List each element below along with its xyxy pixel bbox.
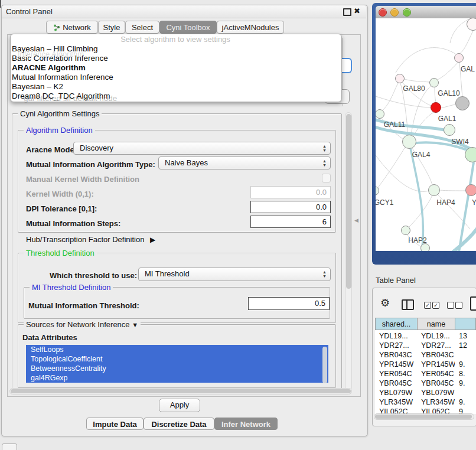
- algorithm-option[interactable]: Mutual Information Inference: [12, 73, 113, 82]
- table-body[interactable]: YDL19... YDL19... 13 YDR27... YDR27... 1…: [375, 330, 476, 414]
- attribute-list-item[interactable]: TopologicalCoefficient: [26, 354, 327, 364]
- tab-select[interactable]: Select: [125, 21, 159, 34]
- column-header-name[interactable]: name: [417, 318, 455, 330]
- network-node-hap2[interactable]: [401, 226, 410, 235]
- checked-box-icon[interactable]: ✓: [424, 302, 431, 309]
- which-threshold-combobox[interactable]: MI Threshold ▲▼: [138, 268, 331, 281]
- sources-title-row[interactable]: Sources for Network Inference ▼: [24, 320, 141, 329]
- attribute-list-item[interactable]: SelfLoops: [26, 345, 327, 354]
- zoom-traffic-light[interactable]: [403, 8, 411, 17]
- network-node-red[interactable]: [431, 102, 441, 113]
- column-header-shared[interactable]: shared...: [375, 318, 418, 330]
- table-cell: YPR145W: [375, 360, 417, 369]
- close-traffic-light[interactable]: [379, 8, 387, 17]
- table-cell: 9.: [455, 379, 476, 388]
- table-cell: YLR345W: [375, 397, 417, 407]
- table-cell: 9.: [455, 397, 476, 407]
- aracne-mode-value: Discovery: [80, 144, 113, 152]
- float-window-icon[interactable]: [343, 8, 351, 16]
- network-node-gray[interactable]: [455, 96, 470, 110]
- table-cell: 13: [455, 331, 476, 341]
- attribute-list-item[interactable]: BetweennessCentrality: [26, 364, 327, 373]
- table-cell: YDL19...: [375, 331, 417, 341]
- dpi-tolerance-label: DPI Tolerance [0,1]:: [26, 204, 97, 213]
- split-view-icon[interactable]: [402, 299, 414, 310]
- network-node-swi4[interactable]: [465, 147, 476, 162]
- control-panel-titlebar: [2, 5, 366, 18]
- bottom-tab-infer-network[interactable]: Infer Network: [214, 418, 278, 430]
- table-cell: YBL079W: [417, 388, 455, 397]
- table-cell: YER054C: [375, 369, 417, 379]
- network-node-hap4[interactable]: [428, 184, 440, 196]
- table-cell: YPR145W: [417, 360, 455, 369]
- table-cell: 8.: [455, 369, 476, 379]
- screenshot-stage: Control Panel ✖ Network Style Select Cyn…: [0, 0, 476, 450]
- table-horizontal-scrollbar-thumb[interactable]: [375, 415, 472, 419]
- bottom-tab-impute-data[interactable]: Impute Data: [86, 418, 144, 430]
- table-cell: [455, 388, 476, 397]
- algorithm-option-selected[interactable]: ARACNE Algorithm: [12, 63, 86, 73]
- bottom-left-partial-button[interactable]: [2, 444, 17, 450]
- mi-steps-label: Mutual Information Steps:: [26, 219, 120, 228]
- control-panel-title: Control Panel: [6, 7, 53, 16]
- hub-definition-expander[interactable]: Hub/Transcription Factor Definition ▶: [26, 235, 155, 244]
- table-cell: YLR345W: [417, 397, 455, 407]
- manual-kernel-width-checkbox[interactable]: [322, 174, 331, 182]
- node-label: SWI4: [451, 138, 468, 146]
- network-canvas[interactable]: GAL GAL80 GAL10 GAL1 GAL11 SWI4 GAL4 GCY…: [376, 18, 476, 251]
- aracne-mode-label: Aracne Mode:: [26, 145, 77, 154]
- network-node-gal[interactable]: [454, 53, 464, 63]
- network-node[interactable]: [467, 18, 476, 31]
- node-label: GAL11: [384, 120, 405, 129]
- algorithm-option[interactable]: Bayesian – K2: [12, 82, 63, 92]
- aracne-mode-combobox[interactable]: Discovery ▲▼: [73, 142, 331, 155]
- mi-threshold-field[interactable]: 0.5: [248, 297, 330, 310]
- ghost-inference-algorithm-heading: Inference Algorithm: [18, 50, 84, 58]
- network-node-gal1[interactable]: [444, 124, 455, 136]
- cyni-algorithm-settings-title: Cyni Algorithm Settings: [18, 109, 102, 118]
- table-cell: 9.: [455, 360, 476, 369]
- mi-steps-field[interactable]: 6: [250, 216, 331, 228]
- close-icon[interactable]: ✖: [354, 6, 360, 15]
- minimize-traffic-light[interactable]: [390, 8, 399, 17]
- panel-splitter-arrow[interactable]: ◀: [354, 217, 358, 223]
- network-icon: [53, 24, 60, 31]
- node-label: GAL4: [412, 151, 431, 159]
- tab-style[interactable]: Style: [98, 21, 125, 34]
- tab-cyni-toolbox[interactable]: Cyni Toolbox: [159, 21, 217, 34]
- dpi-tolerance-field[interactable]: 0.0: [250, 201, 331, 213]
- node-label: HAP2: [408, 236, 426, 244]
- table-panel-title: Table Panel: [376, 276, 416, 285]
- attribute-list-item[interactable]: gal4RGexp: [26, 373, 327, 383]
- tab-network[interactable]: Network: [46, 21, 98, 34]
- ghost-network-combobox-value: gal-filtered sif default node: [24, 94, 117, 103]
- unchecked-box-icon[interactable]: [455, 302, 462, 309]
- kernel-width-field[interactable]: 0.0: [250, 186, 331, 198]
- hub-definition-label: Hub/Transcription Factor Definition: [26, 235, 144, 244]
- gear-icon[interactable]: ⚙: [380, 296, 390, 309]
- tab-network-label: Network: [63, 23, 91, 32]
- network-node-gal4[interactable]: [402, 135, 416, 149]
- tab-jactivemnodules[interactable]: jActiveMNodules: [217, 21, 284, 34]
- settings-horizontal-scrollbar-thumb[interactable]: [11, 389, 351, 393]
- node-label: GCY1: [376, 198, 393, 207]
- network-node-gal80[interactable]: [395, 74, 405, 83]
- table-cell: 12: [455, 341, 476, 350]
- data-attributes-label: Data Attributes: [22, 333, 77, 342]
- column-header-partial[interactable]: [455, 318, 476, 330]
- attribute-list-scroll-thumb[interactable]: [322, 347, 327, 383]
- settings-vertical-scrollbar-thumb[interactable]: [346, 114, 351, 289]
- mi-threshold-label: Mutual Information Threshold:: [28, 301, 139, 310]
- mi-algorithm-type-combobox[interactable]: Naive Bayes ▲▼: [158, 156, 331, 169]
- node-label: GAL: [461, 65, 475, 73]
- network-node-gal10[interactable]: [429, 78, 439, 87]
- mi-algorithm-type-label: Mutual Information Algorithm Type:: [26, 160, 155, 169]
- which-threshold-value: MI Threshold: [145, 269, 190, 278]
- bottom-tab-discretize-data[interactable]: Discretize Data: [144, 418, 214, 430]
- expander-arrow-right-icon: ▶: [150, 236, 155, 244]
- apply-button[interactable]: Apply: [159, 399, 200, 412]
- checked-box-icon[interactable]: ✓: [432, 302, 439, 309]
- network-node-salmon[interactable]: [465, 184, 476, 196]
- unchecked-box-icon[interactable]: [447, 302, 454, 309]
- document-icon[interactable]: [470, 296, 476, 311]
